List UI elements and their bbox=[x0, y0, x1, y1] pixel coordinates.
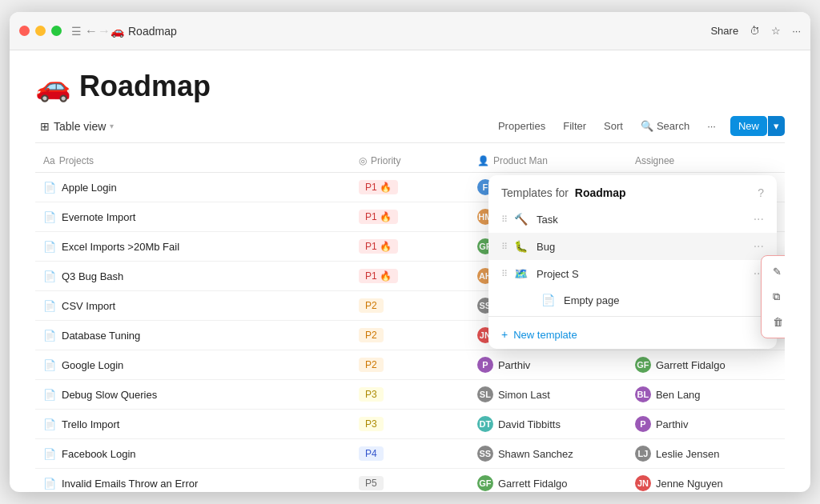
delete-menu-item[interactable]: 🗑 Delete bbox=[762, 310, 785, 334]
doc-icon: 📄 bbox=[43, 300, 56, 312]
title-bar-center: 🚗 Roadmap bbox=[111, 25, 710, 38]
doc-icon: 📄 bbox=[43, 270, 56, 282]
sidebar-toggle-icon[interactable]: ☰ bbox=[71, 25, 82, 38]
star-icon[interactable]: ☆ bbox=[771, 25, 781, 37]
drag-handle-icon: ⠿ bbox=[501, 242, 508, 252]
project-icon: 🗺️ bbox=[512, 267, 529, 280]
filter-button[interactable]: Filter bbox=[555, 116, 594, 136]
project-label: Project S bbox=[537, 268, 579, 280]
traffic-lights bbox=[19, 26, 62, 36]
assignee-person: BLBen Lang bbox=[635, 386, 777, 402]
table-row[interactable]: 📄Debug Slow QueriesP3SLSimon LastBLBen L… bbox=[35, 380, 785, 410]
priority-cell: P1 🔥 bbox=[351, 262, 469, 291]
page-title: 🚗 Roadmap bbox=[35, 70, 785, 103]
col-priority: ◎ Priority bbox=[351, 150, 469, 173]
doc-icon: 📄 bbox=[43, 448, 56, 460]
new-button-dropdown[interactable]: ▾ bbox=[768, 116, 785, 136]
manager-name: David Tibbitts bbox=[498, 418, 561, 430]
title-bar: ☰ ← → 🚗 Roadmap Share ⏱ ☆ ··· bbox=[10, 12, 810, 50]
dropdown-db-name: Roadmap bbox=[575, 186, 626, 199]
share-button[interactable]: Share bbox=[710, 25, 738, 37]
avatar: SS bbox=[477, 446, 493, 462]
properties-button[interactable]: Properties bbox=[490, 116, 553, 136]
sort-button[interactable]: Sort bbox=[596, 116, 631, 136]
table-row[interactable]: 📄Facebook LoginP4SSShawn SanchezLJLeslie… bbox=[35, 439, 785, 469]
person-col-icon: 👤 bbox=[477, 155, 489, 166]
priority-cell: P3 bbox=[351, 410, 469, 439]
doc-icon: 📄 bbox=[43, 182, 56, 194]
dropdown-header-text: Templates for bbox=[501, 186, 569, 199]
duplicate-menu-item[interactable]: ⧉ Duplicate bbox=[762, 284, 785, 310]
close-button[interactable] bbox=[19, 26, 30, 36]
dropdown-header-title: Templates for Roadmap bbox=[501, 186, 626, 199]
project-cell: 📄Q3 Bug Bash bbox=[35, 262, 351, 291]
manager-name: Garrett Fidalgo bbox=[498, 478, 568, 490]
table-view-label: Table view bbox=[54, 120, 106, 133]
page-title-text: Roadmap bbox=[79, 70, 211, 103]
new-template-label: New template bbox=[513, 329, 577, 341]
project-cell: 📄Excel Imports >20Mb Fail bbox=[35, 232, 351, 262]
doc-icon: 📄 bbox=[43, 418, 56, 430]
manager-name: Shawn Sanchez bbox=[498, 448, 573, 460]
more-toolbar-button[interactable]: ··· bbox=[699, 116, 724, 136]
minimize-button[interactable] bbox=[35, 26, 46, 36]
priority-badge: P3 bbox=[359, 417, 384, 431]
template-item-empty-page[interactable]: 📄 Empty page bbox=[488, 287, 777, 313]
priority-cell: P2 bbox=[351, 321, 469, 350]
new-button[interactable]: New bbox=[730, 116, 767, 136]
manager-name: Parthiv bbox=[498, 359, 530, 371]
priority-badge: P1 🔥 bbox=[359, 210, 398, 224]
assignee-person: GFGarrett Fidalgo bbox=[635, 357, 777, 373]
table-view-button[interactable]: ⊞ Table view ▾ bbox=[35, 117, 119, 136]
bug-more-icon[interactable]: ··· bbox=[754, 239, 764, 254]
back-icon[interactable]: ← bbox=[85, 24, 98, 38]
avatar: BL bbox=[635, 386, 651, 402]
toolbar-right: Properties Filter Sort 🔍 Search ··· bbox=[490, 116, 785, 136]
new-template-button[interactable]: + New template bbox=[488, 320, 777, 349]
edit-menu-item[interactable]: ✎ Edit bbox=[762, 259, 785, 284]
doc-icon: 📄 bbox=[43, 359, 56, 371]
priority-badge: P1 🔥 bbox=[359, 239, 398, 254]
col-product-manager: 👤 Product Man bbox=[469, 150, 627, 173]
project-name-text: CSV Import bbox=[62, 300, 115, 312]
window-title-emoji: 🚗 bbox=[111, 25, 124, 38]
task-more-icon[interactable]: ··· bbox=[754, 212, 764, 226]
more-options-icon[interactable]: ··· bbox=[792, 25, 801, 37]
col-projects: Aa Projects bbox=[35, 150, 351, 173]
project-cell: 📄Facebook Login bbox=[35, 439, 351, 469]
template-item-bug[interactable]: ⠿ 🐛 Bug ··· ✎ Edit ⧉ Duplicate bbox=[488, 233, 777, 260]
doc-icon: 📄 bbox=[43, 389, 56, 401]
manager-cell: SSShawn Sanchez bbox=[469, 439, 627, 469]
template-item-task[interactable]: ⠿ 🔨 Task ··· bbox=[488, 206, 777, 233]
bug-icon: 🐛 bbox=[512, 240, 529, 253]
avatar: SL bbox=[477, 386, 493, 402]
priority-badge: P3 bbox=[359, 387, 384, 402]
assignee-name: Ben Lang bbox=[656, 389, 701, 401]
table-row[interactable]: 📄Trello ImportP3DTDavid TibbittsPParthiv bbox=[35, 410, 785, 439]
new-button-label: New bbox=[738, 120, 759, 132]
assignee-cell: BLBen Lang bbox=[627, 380, 785, 410]
table-row[interactable]: 📄Invalid Emails Throw an ErrorP5GFGarret… bbox=[35, 469, 785, 493]
search-button[interactable]: 🔍 Search bbox=[633, 116, 697, 136]
table-row[interactable]: 📄Google LoginP2PParthivGFGarrett Fidalgo bbox=[35, 350, 785, 380]
col-projects-label: Projects bbox=[59, 155, 94, 166]
template-item-project[interactable]: ⠿ 🗺️ Project S ··· bbox=[488, 260, 777, 287]
avatar: GF bbox=[635, 357, 651, 373]
edit-icon: ✎ bbox=[773, 266, 782, 278]
doc-icon: 📄 bbox=[43, 330, 56, 342]
clock-icon[interactable]: ⏱ bbox=[750, 25, 760, 37]
manager-person: GFGarrett Fidalgo bbox=[477, 475, 619, 491]
table-icon: ⊞ bbox=[40, 120, 50, 133]
manager-person: DTDavid Tibbitts bbox=[477, 416, 619, 432]
forward-icon[interactable]: → bbox=[98, 24, 111, 38]
avatar: GF bbox=[477, 475, 493, 491]
trash-icon: 🗑 bbox=[773, 316, 783, 328]
help-icon[interactable]: ? bbox=[758, 186, 764, 199]
priority-cell: P2 bbox=[351, 350, 469, 380]
project-cell: 📄Trello Import bbox=[35, 410, 351, 439]
project-cell: 📄Invalid Emails Throw an Error bbox=[35, 469, 351, 493]
priority-cell: P5 bbox=[351, 469, 469, 493]
project-name-text: Evernote Import bbox=[62, 211, 136, 223]
col-priority-label: Priority bbox=[371, 155, 400, 166]
maximize-button[interactable] bbox=[51, 26, 62, 36]
